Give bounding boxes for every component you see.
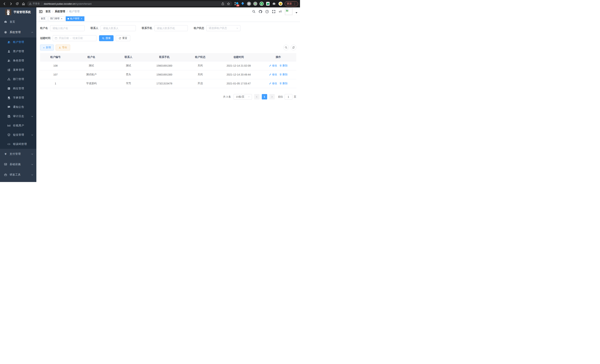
sidebar-item-dict-management[interactable]: 字典管理	[0, 93, 36, 103]
tab-租户管理[interactable]: 租户管理×	[66, 16, 84, 21]
tab-部门管理[interactable]: 部门管理×	[48, 16, 65, 21]
extension-pinned-squares-diamond-icon[interactable]: 10	[234, 1, 239, 6]
bookmark-star-icon[interactable]	[227, 2, 230, 5]
prev-page-button[interactable]	[254, 94, 260, 99]
help-icon[interactable]: ?	[265, 10, 269, 13]
trash-icon	[279, 64, 282, 67]
sidebar-item-audit-log[interactable]: 审计日志	[0, 112, 36, 121]
total-count: 共 3 条	[223, 95, 231, 99]
extension-green-doc-icon[interactable]	[266, 1, 270, 6]
tab-首页[interactable]: 首页	[39, 16, 47, 21]
extension-emoji-avatar-icon[interactable]	[278, 1, 283, 6]
table-cell: 1	[40, 79, 71, 88]
sidebar-item-tenant-management[interactable]: 租户管理	[0, 37, 36, 47]
reset-button[interactable]: 重置	[116, 35, 130, 41]
sidebar-item-dept-management[interactable]: 部门管理	[0, 75, 36, 84]
export-button[interactable]: 导出	[56, 45, 70, 50]
user-avatar-broken-image[interactable]	[285, 8, 292, 15]
refresh-icon	[292, 46, 295, 49]
share-icon[interactable]	[221, 2, 224, 5]
avatar-dropdown-caret-icon[interactable]	[296, 12, 297, 13]
browser-home-button[interactable]	[21, 1, 26, 6]
page-size-value: 10条/页	[236, 95, 246, 99]
column-header: 联系人	[112, 53, 145, 61]
delete-link[interactable]: 删除	[279, 64, 288, 67]
filter-create-time: 创建时间 开始日期 - 结束日期	[40, 35, 96, 41]
page-unit-label: 页	[294, 95, 297, 99]
extension-y-circle-icon[interactable]: y	[259, 1, 264, 6]
sidebar-item-notice[interactable]: 通知公告	[0, 103, 36, 112]
browser-back-button[interactable]	[2, 1, 7, 6]
close-icon[interactable]: ×	[81, 18, 83, 20]
refresh-table-button[interactable]	[291, 45, 296, 50]
status-select[interactable]: 请选择租户状态	[206, 25, 240, 31]
chevron-down-icon	[31, 115, 33, 118]
security-label: 不安全	[33, 2, 40, 5]
browser-update-button[interactable]: 更新 ⋮	[285, 1, 298, 6]
next-page-button[interactable]	[269, 94, 275, 99]
tenant-name-input[interactable]	[50, 25, 84, 31]
extension-kite-icon[interactable]	[240, 1, 245, 6]
badge-icon	[7, 87, 10, 90]
sidebar-item-pay-management[interactable]: ¥支付管理	[0, 149, 36, 159]
table-cell: 2021-12-14 21:02:09	[217, 61, 261, 70]
table-cell: 关闭	[184, 61, 217, 70]
toggle-search-button[interactable]	[283, 45, 289, 50]
people-icon	[7, 41, 10, 44]
page-size-select[interactable]: 10条/页	[234, 94, 252, 100]
sidebar-item-menu-management[interactable]: 菜单管理	[0, 65, 36, 75]
breadcrumb-item[interactable]: 系统管理	[55, 10, 65, 13]
phone-input[interactable]	[154, 25, 188, 31]
sidebar-item-error-code-management[interactable]: 错误码管理	[0, 140, 36, 149]
sidebar-item-sms-management[interactable]: 短信管理	[0, 130, 36, 140]
search-button[interactable]: 搜索	[99, 35, 113, 41]
refresh-icon	[119, 37, 121, 39]
edit-link[interactable]: 修改	[269, 64, 277, 67]
search-icon[interactable]	[252, 10, 255, 13]
edit-link[interactable]: 修改	[269, 73, 277, 76]
tags-view-bar: 首页部门管理×租户管理×	[36, 16, 300, 22]
extension-puzzle-icon[interactable]	[272, 1, 276, 6]
close-icon[interactable]: ×	[61, 18, 63, 20]
sidebar-item-user-management[interactable]: 用户管理	[0, 47, 36, 56]
page-number-1[interactable]: 1	[262, 94, 267, 99]
sidebar-item-system-management[interactable]: 系统管理	[0, 27, 36, 37]
contact-input[interactable]	[101, 25, 136, 31]
breadcrumb-item[interactable]: 首页	[46, 10, 51, 13]
sidebar-item-home[interactable]: 首页	[0, 17, 36, 27]
sidebar-item-post-management[interactable]: 岗位管理	[0, 84, 36, 93]
delete-link[interactable]: 删除	[279, 82, 288, 85]
breadcrumb-separator: /	[52, 10, 53, 13]
sidebar-item-infrastructure[interactable]: 基础设施	[0, 159, 36, 169]
browser-menu-icon[interactable]: ⋮	[293, 2, 296, 5]
chevron-left-icon	[256, 96, 258, 98]
extension-gray-green-dot-icon[interactable]	[253, 1, 258, 6]
chevron-down-icon	[31, 134, 33, 136]
sidebar-toggle-icon[interactable]	[39, 10, 42, 13]
calendar-icon	[55, 37, 57, 39]
browser-forward-button[interactable]	[8, 1, 13, 6]
sidebar-item-role-management[interactable]: 角色管理	[0, 56, 36, 65]
delete-link[interactable]: 删除	[279, 73, 288, 76]
table-cell: 芋道源码	[71, 79, 112, 88]
create-time-label: 创建时间	[40, 37, 50, 40]
font-size-icon[interactable]: ᴛT	[279, 10, 282, 13]
extension-command-icon[interactable]: ⌘	[247, 1, 251, 6]
column-header: 租户名	[71, 53, 112, 61]
search-icon	[285, 46, 287, 49]
address-bar[interactable]: 不安全 dashboard.yudao.iocoder.cn/system/te…	[27, 1, 232, 6]
fullscreen-icon[interactable]	[272, 10, 275, 13]
date-range-picker[interactable]: 开始日期 - 结束日期	[53, 35, 96, 41]
contact-label: 联系人	[91, 27, 98, 30]
edit-link[interactable]: 修改	[269, 82, 277, 85]
org-chart-icon	[7, 78, 10, 81]
add-button[interactable]: + 新增	[40, 45, 54, 50]
github-icon[interactable]	[259, 10, 262, 13]
goto-page-input[interactable]	[285, 94, 292, 100]
filter-row-1: 租户名 联系人 联系手机 租户状态 请选择租户状态	[40, 25, 296, 31]
sidebar-item-online-user[interactable]: 在线用户	[0, 121, 36, 130]
actions-cell: 修改删除	[261, 61, 296, 70]
logo-row[interactable]: 芋道管理系统	[0, 7, 36, 17]
browser-reload-button[interactable]	[14, 1, 20, 6]
sidebar-item-dev-tools[interactable]: 研发工具	[0, 169, 36, 180]
